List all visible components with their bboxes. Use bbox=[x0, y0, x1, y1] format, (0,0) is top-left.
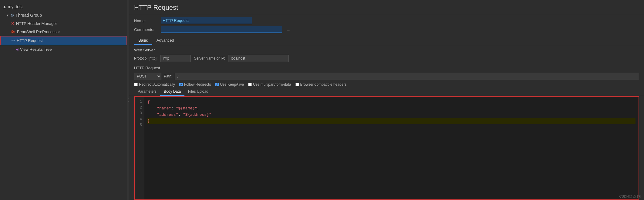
follow-redirects-label: Follow Redirects bbox=[184, 82, 211, 87]
x-icon: ✕ bbox=[11, 21, 14, 26]
http-request-header: HTTP Request bbox=[129, 63, 644, 71]
comments-row: Comments: ... bbox=[134, 26, 639, 33]
checkboxes-row: Redirect Automatically Follow Redirects … bbox=[129, 81, 644, 88]
main-panel: HTTP Request Name: Comments: ... Basic A… bbox=[129, 0, 644, 200]
form-area: Name: Comments: ... bbox=[129, 14, 644, 36]
tab-advanced[interactable]: Advanced bbox=[152, 36, 178, 45]
server-name-label: Server Name or IP: bbox=[194, 56, 225, 60]
line-num-4: 4 bbox=[137, 117, 142, 122]
web-server-header: Web Server bbox=[129, 45, 644, 53]
sub-tabs: Parameters Body Data Files Upload bbox=[129, 88, 644, 96]
sidebar-root-label: my_test bbox=[8, 4, 23, 9]
name-input[interactable] bbox=[161, 17, 252, 24]
browser-compat-input[interactable] bbox=[295, 83, 299, 86]
triangle-down-icon: ▼ bbox=[6, 14, 9, 17]
sidebar-item-label: View Results Tree bbox=[20, 47, 52, 52]
main-tabs: Basic Advanced bbox=[129, 36, 644, 45]
sidebar-item-label: Thread Group bbox=[15, 13, 42, 18]
sidebar: ▲ my_test ▼ ⚙ Thread Group ✕ HTTP Header… bbox=[0, 0, 127, 200]
method-select[interactable]: POST GET PUT DELETE bbox=[134, 73, 161, 80]
browser-compat-label: Browser-compatible headers bbox=[300, 82, 347, 87]
sidebar-item-http-request[interactable]: ✏ HTTP Request bbox=[0, 36, 127, 45]
line-num-2: 2 bbox=[137, 105, 142, 111]
sub-tab-parameters[interactable]: Parameters bbox=[134, 88, 160, 96]
protocol-label: Protocol [http]: bbox=[134, 56, 157, 60]
sidebar-root-item[interactable]: ▲ my_test bbox=[0, 2, 127, 11]
protocol-input[interactable] bbox=[160, 55, 191, 62]
sidebar-item-label: BeanShell PreProcessor bbox=[17, 29, 60, 34]
line-num-3: 3 bbox=[137, 111, 142, 116]
comments-input[interactable] bbox=[161, 26, 282, 33]
line-numbers: 1 2 3 4 5 bbox=[135, 97, 144, 199]
sidebar-item-thread-group[interactable]: ▼ ⚙ Thread Group bbox=[0, 11, 127, 19]
chart-icon: ◀ bbox=[16, 47, 18, 51]
pencil-icon: ✏ bbox=[12, 38, 15, 43]
triangle-down-icon: ▲ bbox=[2, 4, 7, 9]
sidebar-item-label: HTTP Request bbox=[17, 38, 43, 43]
sidebar-item-beanshell-preprocessor[interactable]: 🫘 BeanShell PreProcessor bbox=[0, 28, 127, 36]
redirect-auto-label: Redirect Automatically bbox=[139, 82, 175, 87]
panel-title: HTTP Request bbox=[129, 0, 644, 14]
path-input[interactable] bbox=[175, 73, 639, 80]
watermark: CSDN@ 点1将 bbox=[619, 194, 642, 199]
gear-icon: ⚙ bbox=[10, 13, 14, 18]
sub-tab-body-data[interactable]: Body Data bbox=[160, 88, 184, 96]
line-num-5: 5 bbox=[137, 122, 142, 128]
comments-label: Comments: bbox=[134, 27, 158, 32]
line-num-1: 1 bbox=[137, 99, 142, 105]
tab-basic[interactable]: Basic bbox=[134, 36, 152, 45]
panel-title-text: HTTP Request bbox=[134, 4, 178, 11]
use-keepalive-label: Use KeepAlive bbox=[220, 82, 244, 87]
sub-tab-files-upload[interactable]: Files Upload bbox=[184, 88, 212, 96]
use-keepalive-checkbox[interactable]: Use KeepAlive bbox=[215, 82, 244, 87]
server-name-input[interactable] bbox=[228, 55, 289, 62]
follow-redirects-checkbox[interactable]: Follow Redirects bbox=[179, 82, 211, 87]
comments-dots-button[interactable]: ... bbox=[287, 27, 290, 32]
name-label: Name: bbox=[134, 19, 158, 23]
bean-icon: 🫘 bbox=[11, 30, 15, 34]
multipart-input[interactable] bbox=[248, 83, 252, 86]
multipart-checkbox[interactable]: Use multipart/form-data bbox=[248, 82, 291, 87]
http-request-row: POST GET PUT DELETE Path: bbox=[129, 71, 644, 81]
redirect-auto-checkbox[interactable]: Redirect Automatically bbox=[134, 82, 175, 87]
code-content[interactable]: { "name": "${name}", "address": "${addre… bbox=[144, 97, 639, 199]
follow-redirects-input[interactable] bbox=[179, 83, 183, 86]
browser-compat-checkbox[interactable]: Browser-compatible headers bbox=[295, 82, 347, 87]
web-server-row: Protocol [http]: Server Name or IP: bbox=[129, 53, 644, 63]
sidebar-item-http-header-manager[interactable]: ✕ HTTP Header Manager bbox=[0, 19, 127, 28]
redirect-auto-input[interactable] bbox=[134, 83, 138, 86]
multipart-label: Use multipart/form-data bbox=[253, 82, 291, 87]
sidebar-item-view-results-tree[interactable]: ◀ View Results Tree bbox=[0, 45, 127, 53]
path-label: Path: bbox=[164, 74, 172, 78]
code-editor: 1 2 3 4 5 { "name": "${name}", "address"… bbox=[134, 96, 639, 200]
sidebar-item-label: HTTP Header Manager bbox=[16, 21, 57, 26]
name-row: Name: bbox=[134, 17, 639, 24]
use-keepalive-input[interactable] bbox=[215, 83, 219, 86]
